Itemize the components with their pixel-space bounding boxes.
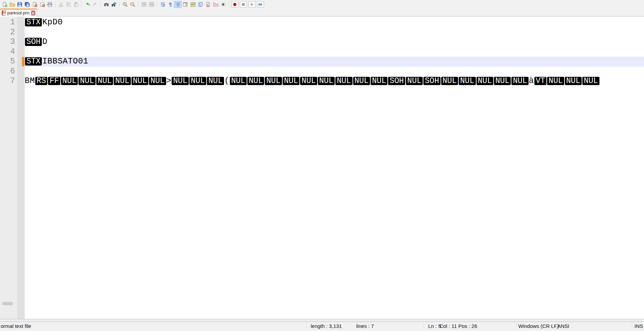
zoom-in-icon [122,2,128,7]
toolbar-button-paste[interactable] [72,1,80,8]
toolbar-button-copy[interactable] [65,1,72,8]
toolbar-button-sync-horizontal[interactable] [148,1,155,8]
toolbar-separator [157,2,157,7]
editor-lines: 1STXKpD023SOHD45STXIBBSATO0167BMRSFFNULN… [0,17,644,86]
cut-icon [58,2,64,7]
control-char-nul: NUL [371,77,387,85]
replace-icon: ba [111,2,117,7]
text-run: IBBSATO01 [42,57,88,66]
control-char-nul: NUL [353,77,370,85]
toolbar: ba¶ [0,0,644,9]
toolbar-button-redo[interactable] [91,1,99,8]
status-lines: lines : 7 [356,322,374,330]
toolbar-button-find[interactable] [102,1,110,8]
sync-vertical-icon [141,2,147,7]
control-char-nul: NUL [189,77,206,85]
status-separator [307,323,307,330]
toolbar-button-save[interactable] [16,1,23,8]
control-char-nul: NUL [582,77,599,85]
control-char-nul: NUL [132,77,148,85]
line-number: 2 [0,27,15,37]
control-char-nul: NUL [265,77,282,85]
line-number: 4 [0,47,15,57]
editor-line-3[interactable]: 3SOHD [0,37,644,47]
toolbar-button-sync-vertical[interactable] [140,1,148,8]
status-typing-mode[interactable]: INS [634,322,643,330]
copy-icon [66,2,72,7]
toolbar-button-zoom-in[interactable] [121,1,129,8]
toolbar-button-cut[interactable] [57,1,65,8]
zoom-out-icon [130,2,136,7]
toolbar-button-undo[interactable] [84,1,91,8]
toolbar-button-word-wrap[interactable] [159,1,166,8]
text-run: D [42,37,47,46]
control-char-nul: NUL [511,77,528,85]
toolbar-separator [119,2,120,7]
tab-close-icon[interactable]: x [31,11,35,15]
toolbar-button-close-all[interactable] [38,1,46,8]
editor-line-5[interactable]: 5STXIBBSATO01 [0,57,644,67]
define-language-icon [183,2,188,7]
control-char-nul: NUL [114,77,131,85]
toolbar-button-save-all[interactable] [23,1,31,8]
document-list-icon [198,2,203,7]
macro-playback-icon [249,2,255,7]
editor-line-4[interactable]: 4 [0,47,644,57]
control-char-ff: FF [48,77,60,85]
toolbar-separator [82,2,82,7]
document-map-icon [190,2,196,7]
current-line-highlight [25,57,644,67]
toolbar-separator [55,2,55,7]
toolbar-button-macro-stop[interactable] [240,1,247,8]
line-text: SOHD [25,37,47,46]
save-all-icon [24,2,30,7]
line-text: STXIBBSATO01 [25,57,88,66]
tab-parksol-prn[interactable]: parksol.prn x [0,9,37,16]
editor-area[interactable]: 1STXKpD023SOHD45STXIBBSATO0167BMRSFFNULN… [0,17,644,319]
toolbar-button-show-all-characters[interactable]: ¶ [166,1,174,8]
toolbar-button-macro-playback[interactable] [248,1,256,8]
control-char-nul: NUL [172,77,188,85]
control-char-soh: SOH [388,77,405,85]
line-number: 7 [0,76,15,86]
horizontal-scrollbar-thumb[interactable] [2,302,13,305]
editor-line-7[interactable]: 7BMRSFFNULNULNULNULNULNUL>NULNULNUL(NULN… [0,76,644,86]
toolbar-button-new-file[interactable] [1,1,8,8]
toolbar-button-macro-run-multiple[interactable] [257,1,264,8]
toolbar-button-define-language[interactable] [182,1,189,8]
toolbar-button-folder-as-workspace[interactable] [212,1,219,8]
status-bar: ormal text file length : 3,131 lines : 7… [0,319,644,331]
control-char-nul: NUL [476,77,493,85]
editor-line-1[interactable]: 1STXKpD0 [0,17,644,27]
toolbar-button-show-indent-guide[interactable] [174,1,182,8]
editor-line-6[interactable]: 6 [0,67,644,76]
toolbar-separator [138,2,138,7]
toolbar-button-replace[interactable]: ba [110,1,117,8]
toolbar-button-document-list[interactable] [197,1,204,8]
status-eol-format[interactable]: Windows (CR LF) [518,322,559,330]
show-indent-guide-icon [175,2,181,7]
toolbar-button-zoom-out[interactable] [129,1,136,8]
control-char-soh: SOH [423,77,440,85]
toolbar-button-close[interactable] [31,1,38,8]
line-text: STXKpD0 [25,17,63,27]
status-encoding[interactable]: ANSI [557,322,569,330]
control-char-nul: NUL [335,77,352,85]
sync-horizontal-icon [149,2,154,7]
control-char-nul: NUL [230,77,247,85]
editor-line-2[interactable]: 2 [0,27,644,37]
control-char-nul: NUL [441,77,458,85]
status-column: Col : 11 [439,322,457,330]
function-list-icon [205,2,211,7]
toolbar-button-document-map[interactable] [189,1,197,8]
status-doc-type: ormal text file [1,322,31,330]
toolbar-button-print[interactable] [46,1,53,8]
control-char-soh: SOH [25,38,42,46]
toolbar-button-function-list[interactable] [204,1,212,8]
toolbar-button-macro-record[interactable] [231,1,238,8]
toolbar-button-monitoring[interactable] [219,1,227,8]
toolbar-button-open-file[interactable] [8,1,16,8]
macro-record-icon [232,2,238,7]
open-file-icon [9,2,15,7]
svg-text:b: b [115,2,116,5]
